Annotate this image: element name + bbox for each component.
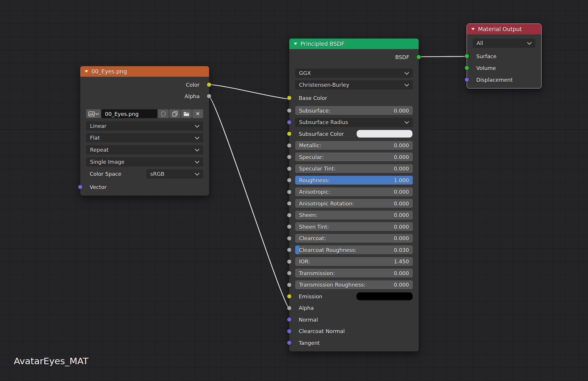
image-texture-node-body: Color Alpha 00_Eyes.png: [80, 77, 209, 195]
sheen-slider[interactable]: Sheen: 0.000: [295, 211, 413, 220]
vector-input-socket[interactable]: [78, 185, 83, 189]
displacement-input-row: Displacement: [473, 75, 535, 84]
color-output-socket[interactable]: [207, 82, 211, 87]
anisotropic-rotation-input-socket[interactable]: [287, 201, 292, 206]
emission-input-socket[interactable]: [287, 294, 292, 299]
metallic-slider[interactable]: Metallic: 0.000: [295, 141, 413, 150]
wire-alpha-to-alpha-shadow: [209, 96, 289, 308]
dropdown-value: Flat: [90, 135, 193, 141]
ior-slider[interactable]: IOR: 1.450: [295, 257, 413, 266]
dropdown-value: All: [477, 40, 525, 46]
specular-input-socket[interactable]: [287, 155, 292, 159]
clearcoat-input-socket[interactable]: [287, 236, 292, 241]
image-texture-node-header[interactable]: 00_Eyes.png: [80, 66, 209, 77]
input-label: Clearcoat Normal: [299, 328, 345, 334]
color-space-dropdown[interactable]: sRGB: [146, 169, 203, 178]
material-output-node[interactable]: Material Output All Surface Volume Displ…: [467, 24, 542, 88]
node-editor-canvas[interactable]: 00_Eyes.png Color Alpha: [0, 0, 588, 381]
sheen-input-socket[interactable]: [287, 213, 292, 218]
extension-dropdown[interactable]: Repeat: [86, 145, 203, 154]
image-browse-button[interactable]: [86, 109, 101, 118]
subsurface-input-socket[interactable]: [287, 108, 292, 113]
fake-user-button[interactable]: [158, 109, 169, 118]
clearcoat-roughness-slider[interactable]: Clearcoat Roughness: 0.030: [295, 245, 413, 254]
chevron-down-icon: [95, 111, 99, 115]
normal-input-socket[interactable]: [287, 317, 292, 322]
bsdf-output-socket[interactable]: [416, 55, 421, 59]
base-color-input-socket[interactable]: [287, 96, 292, 100]
open-image-button[interactable]: [181, 109, 192, 118]
bsdf-row-specular: Specular: 0.000: [295, 153, 413, 161]
alpha-input-socket[interactable]: [287, 306, 292, 310]
slider-value: 1.450: [394, 258, 409, 265]
sheen-tint-slider[interactable]: Sheen Tint: 0.000: [295, 222, 413, 231]
subsurface-slider[interactable]: Subsurface: 0.000: [295, 106, 413, 115]
transmission-roughness-input-socket[interactable]: [287, 283, 292, 287]
metallic-input-socket[interactable]: [287, 143, 292, 148]
sheen-tint-input-socket[interactable]: [287, 224, 292, 229]
collapse-triangle-icon[interactable]: [294, 43, 297, 45]
bsdf-row-clearcoat-normal: Clearcoat Normal: [295, 327, 413, 336]
surface-input-socket[interactable]: [465, 54, 469, 59]
principled-bsdf-node-header[interactable]: Principled BSDF: [289, 39, 419, 49]
specular-tint-slider[interactable]: Specular Tint: 0.000: [295, 164, 413, 173]
transmission-input-socket[interactable]: [287, 271, 292, 275]
subsurface-radius-dropdown[interactable]: Subsurface Radius: [295, 118, 413, 127]
specular-tint-input-socket[interactable]: [287, 166, 292, 171]
alpha-output-socket[interactable]: [207, 94, 211, 98]
interpolation-dropdown[interactable]: Linear: [86, 121, 203, 130]
tangent-input-socket[interactable]: [287, 340, 292, 345]
target-dropdown[interactable]: All: [473, 39, 535, 47]
clearcoat-slider[interactable]: Clearcoat: 0.000: [295, 234, 413, 243]
output-label: Alpha: [185, 93, 200, 99]
projection-dropdown[interactable]: Flat: [86, 133, 203, 142]
subsurface-color-input-socket[interactable]: [287, 131, 292, 136]
clearcoat-normal-input-socket[interactable]: [287, 329, 292, 334]
bsdf-row-clearcoat-roughness: Clearcoat Roughness: 0.030: [295, 245, 413, 254]
chevron-down-icon: [405, 82, 409, 86]
subsurface-radius-input-socket[interactable]: [287, 120, 292, 125]
color-space-label: Color Space: [90, 171, 146, 177]
source-dropdown[interactable]: Single Image: [86, 157, 203, 166]
node-title: Principled BSDF: [300, 41, 344, 47]
anisotropic-input-socket[interactable]: [287, 190, 292, 194]
slider-fill: [295, 245, 299, 254]
subsurface-color-swatch[interactable]: [356, 130, 413, 138]
clearcoat-roughness-input-socket[interactable]: [287, 248, 292, 252]
slider-label: Sheen Tint:: [299, 224, 394, 230]
new-image-button[interactable]: [169, 109, 180, 118]
chevron-down-icon: [195, 171, 200, 176]
image-texture-node[interactable]: 00_Eyes.png Color Alpha: [80, 66, 209, 196]
volume-input-socket[interactable]: [465, 66, 469, 70]
slider-value: 0.000: [394, 154, 409, 160]
collapse-triangle-icon[interactable]: [471, 28, 475, 30]
collapse-triangle-icon[interactable]: [85, 70, 88, 73]
input-label: Subsurface Color: [299, 131, 344, 137]
output-label: Color: [186, 82, 200, 88]
anisotropic-rotation-slider[interactable]: Anisotropic Rotation: 0.000: [295, 199, 413, 208]
image-name-field[interactable]: 00_Eyes.png: [101, 109, 157, 118]
material-output-node-header[interactable]: Material Output: [467, 24, 541, 34]
dropdown-value: sRGB: [150, 171, 193, 177]
slider-label: Anisotropic:: [299, 189, 394, 195]
close-icon: ✕: [196, 111, 200, 116]
slider-value: 0.000: [394, 189, 409, 195]
output-row-alpha: Alpha: [86, 92, 203, 101]
distribution-dropdown[interactable]: GGX: [295, 68, 413, 77]
unlink-image-button[interactable]: ✕: [192, 109, 203, 118]
roughness-input-socket[interactable]: [287, 178, 292, 183]
specular-slider[interactable]: Specular: 0.000: [295, 153, 413, 161]
principled-bsdf-node[interactable]: Principled BSDF BSDF GGX Christensen-Bur…: [289, 38, 419, 352]
bsdf-row-specular-tint: Specular Tint: 0.000: [295, 164, 413, 173]
roughness-slider[interactable]: Roughness: 1.000: [295, 176, 413, 185]
anisotropic-slider[interactable]: Anisotropic: 0.000: [295, 188, 413, 196]
dropdown-value: Subsurface Radius: [299, 119, 402, 125]
slider-value: 1.000: [394, 177, 409, 183]
emission-color-swatch[interactable]: [356, 292, 413, 300]
ior-input-socket[interactable]: [287, 259, 292, 264]
transmission-roughness-slider[interactable]: Transmission Roughness: 0.000: [295, 280, 413, 289]
subsurface-method-dropdown[interactable]: Christensen-Burley: [295, 80, 413, 89]
displacement-input-socket[interactable]: [465, 77, 469, 82]
bsdf-row-normal: Normal: [295, 315, 413, 324]
transmission-slider[interactable]: Transmission: 0.000: [295, 269, 413, 278]
